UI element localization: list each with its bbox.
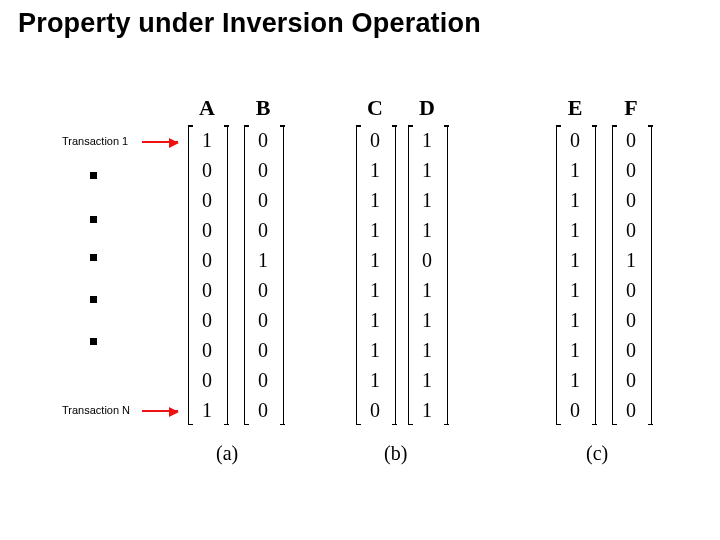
data-cell: 0	[360, 395, 390, 425]
data-cell: 0	[616, 365, 646, 395]
data-cell: 1	[560, 215, 590, 245]
column-header-E: E	[560, 95, 590, 121]
data-cell: 0	[248, 305, 278, 335]
data-cell: 0	[616, 275, 646, 305]
data-cell: 1	[360, 245, 390, 275]
data-cell: 0	[616, 155, 646, 185]
data-cell: 1	[560, 305, 590, 335]
ellipsis-dot	[90, 296, 97, 303]
data-cell: 0	[360, 125, 390, 155]
data-cell: 0	[192, 275, 222, 305]
data-cell: 0	[616, 215, 646, 245]
data-cell: 1	[360, 275, 390, 305]
data-cell: 0	[412, 245, 442, 275]
data-cell: 1	[560, 365, 590, 395]
data-cell: 1	[412, 395, 442, 425]
data-cell: 0	[616, 305, 646, 335]
data-cell: 0	[248, 185, 278, 215]
data-cell: 0	[248, 125, 278, 155]
data-cell: 0	[192, 185, 222, 215]
panel-caption-1: (b)	[384, 442, 407, 465]
column-header-A: A	[192, 95, 222, 121]
row-first-label: Transaction 1	[62, 135, 128, 147]
data-cell: 1	[360, 215, 390, 245]
data-cell: 1	[412, 155, 442, 185]
data-cell: 1	[412, 335, 442, 365]
data-cell: 0	[248, 275, 278, 305]
data-cell: 0	[616, 395, 646, 425]
data-column-F: 0000100000	[616, 125, 646, 425]
data-cell: 0	[616, 335, 646, 365]
data-cell: 1	[412, 305, 442, 335]
data-cell: 1	[360, 305, 390, 335]
arrow-to-first-row	[142, 141, 178, 143]
data-cell: 1	[248, 245, 278, 275]
column-header-F: F	[616, 95, 646, 121]
data-cell: 1	[560, 185, 590, 215]
column-header-C: C	[360, 95, 390, 121]
data-cell: 1	[412, 275, 442, 305]
ellipsis-dot	[90, 172, 97, 179]
data-cell: 1	[412, 365, 442, 395]
arrow-to-last-row	[142, 410, 178, 412]
data-cell: 1	[616, 245, 646, 275]
figure-stage: Property under Inversion Operation Trans…	[0, 0, 720, 540]
data-cell: 1	[560, 155, 590, 185]
data-cell: 0	[248, 215, 278, 245]
page-title: Property under Inversion Operation	[18, 8, 481, 39]
data-column-A: 1000000001	[192, 125, 222, 425]
data-cell: 1	[412, 185, 442, 215]
data-cell: 0	[192, 305, 222, 335]
ellipsis-dot	[90, 338, 97, 345]
row-last-label: Transaction N	[62, 404, 130, 416]
column-header-D: D	[412, 95, 442, 121]
data-cell: 1	[360, 155, 390, 185]
data-cell: 0	[560, 395, 590, 425]
data-cell: 0	[192, 155, 222, 185]
data-cell: 0	[248, 155, 278, 185]
data-cell: 0	[192, 365, 222, 395]
data-cell: 0	[248, 365, 278, 395]
data-cell: 0	[192, 215, 222, 245]
data-cell: 1	[360, 335, 390, 365]
column-header-B: B	[248, 95, 278, 121]
data-cell: 1	[412, 215, 442, 245]
data-cell: 1	[560, 275, 590, 305]
ellipsis-dot	[90, 254, 97, 261]
data-cell: 1	[192, 395, 222, 425]
data-cell: 1	[560, 335, 590, 365]
data-cell: 0	[248, 335, 278, 365]
data-column-C: 0111111110	[360, 125, 390, 425]
data-cell: 1	[192, 125, 222, 155]
panel-caption-0: (a)	[216, 442, 238, 465]
data-cell: 0	[616, 125, 646, 155]
data-column-D: 1111011111	[412, 125, 442, 425]
data-cell: 0	[616, 185, 646, 215]
data-column-E: 0111111110	[560, 125, 590, 425]
data-cell: 0	[192, 335, 222, 365]
data-cell: 1	[360, 185, 390, 215]
data-cell: 0	[560, 125, 590, 155]
data-cell: 1	[412, 125, 442, 155]
data-column-B: 0000100000	[248, 125, 278, 425]
data-cell: 1	[360, 365, 390, 395]
panel-caption-2: (c)	[586, 442, 608, 465]
data-cell: 0	[248, 395, 278, 425]
data-cell: 0	[192, 245, 222, 275]
data-cell: 1	[560, 245, 590, 275]
ellipsis-dot	[90, 216, 97, 223]
